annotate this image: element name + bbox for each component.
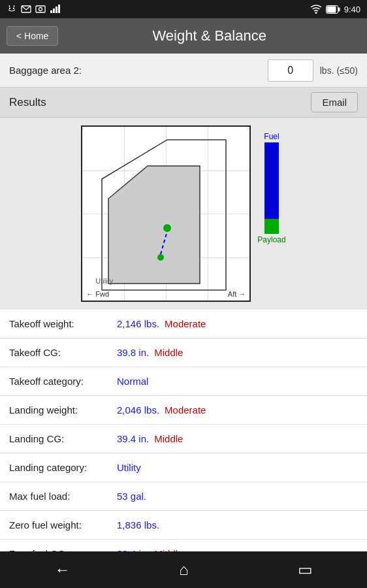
fuel-bar — [264, 142, 279, 234]
home-nav-icon[interactable]: ⌂ — [179, 561, 189, 579]
result-label: Zero fuel weight: — [9, 519, 117, 531]
table-row: Landing CG:39.4 in.Middle — [0, 425, 367, 453]
result-label: Landing CG: — [9, 433, 117, 444]
mail-icon — [21, 4, 31, 14]
svg-point-9 — [315, 12, 317, 14]
clock: 9:40 — [344, 5, 360, 14]
table-row: Max fuel load:53 gal. — [0, 482, 367, 511]
result-value: 39.8 in. — [117, 347, 149, 358]
wb-chart: Utility ← Fwd Aft → — [81, 125, 251, 302]
table-row: Takeoff category:Normal — [0, 367, 367, 396]
svg-point-16 — [163, 224, 171, 232]
result-status: Moderate — [165, 318, 206, 329]
aft-label: Aft → — [228, 290, 246, 298]
svg-rect-5 — [50, 10, 52, 13]
svg-point-4 — [39, 8, 42, 11]
result-status: Moderate — [165, 404, 206, 416]
result-label: Takeoff weight: — [9, 318, 117, 329]
chart-container: Utility ← Fwd Aft → Fuel Payload — [0, 118, 367, 310]
baggage-unit: lbs. (≤50) — [320, 65, 358, 76]
photo-icon — [35, 4, 46, 14]
table-row: Takeoff weight:2,146 lbs.Moderate — [0, 310, 367, 338]
home-button[interactable]: < Home — [7, 26, 58, 46]
svg-rect-8 — [58, 5, 60, 13]
result-value: Normal — [117, 376, 148, 387]
utility-label: Utility — [95, 277, 113, 285]
payload-label: Payload — [257, 235, 285, 244]
result-value: Utility — [117, 462, 141, 473]
svg-rect-7 — [56, 7, 57, 13]
fuel-label: Fuel — [264, 132, 279, 141]
chart-wrapper: Utility ← Fwd Aft → Fuel Payload — [81, 125, 285, 302]
result-label: Takeoff CG: — [9, 347, 117, 358]
table-row: Takeoff CG:39.8 in.Middle — [0, 338, 367, 367]
svg-rect-3 — [36, 6, 45, 12]
fuel-blue-portion — [264, 142, 279, 219]
results-header: Results Email — [0, 88, 367, 118]
fuel-green-portion — [264, 219, 279, 234]
battery-icon — [326, 5, 340, 14]
bottom-nav: ← ⌂ ▭ — [0, 551, 367, 588]
svg-point-0 — [9, 8, 10, 9]
result-label: Takeoff category: — [9, 376, 117, 387]
result-value: 2,146 lbs. — [117, 318, 159, 329]
result-label: Landing weight: — [9, 404, 117, 416]
svg-point-1 — [13, 8, 14, 9]
results-table: Takeoff weight:2,146 lbs.ModerateTakeoff… — [0, 310, 367, 588]
status-icons-left — [7, 4, 60, 14]
page-title: Weight & Balance — [58, 27, 360, 44]
table-row: Zero fuel weight:1,836 lbs. — [0, 511, 367, 540]
baggage-input[interactable] — [268, 59, 313, 82]
svg-line-15 — [161, 231, 167, 254]
result-status: Middle — [154, 347, 183, 358]
svg-point-17 — [157, 254, 164, 261]
result-label: Landing category: — [9, 462, 117, 473]
result-label: Max fuel load: — [9, 491, 117, 502]
wifi-icon — [310, 4, 322, 14]
android-icon — [7, 4, 17, 14]
results-title: Results — [9, 96, 311, 109]
cg-path — [82, 127, 251, 302]
result-value: 1,836 lbs. — [117, 519, 159, 531]
baggage-label: Baggage area 2: — [9, 65, 268, 76]
status-right: 9:40 — [310, 4, 360, 14]
signal-icon — [50, 4, 60, 14]
back-nav-icon[interactable]: ← — [54, 561, 70, 579]
header: < Home Weight & Balance — [0, 18, 367, 54]
svg-rect-12 — [327, 6, 336, 12]
result-status: Middle — [154, 433, 183, 444]
svg-rect-11 — [338, 7, 340, 11]
table-row: Landing weight:2,046 lbs.Moderate — [0, 396, 367, 425]
status-bar: 9:40 — [0, 0, 367, 18]
result-value: 53 gal. — [117, 491, 146, 502]
email-button[interactable]: Email — [311, 92, 358, 112]
fwd-label: ← Fwd — [86, 290, 109, 298]
table-row: Landing category:Utility — [0, 453, 367, 482]
baggage-area-row: Baggage area 2: lbs. (≤50) — [0, 54, 367, 88]
result-value: 39.4 in. — [117, 433, 149, 444]
recents-nav-icon[interactable]: ▭ — [298, 561, 313, 579]
svg-rect-6 — [53, 8, 55, 13]
result-value: 2,046 lbs. — [117, 404, 159, 416]
axis-labels: ← Fwd Aft → — [82, 290, 249, 298]
